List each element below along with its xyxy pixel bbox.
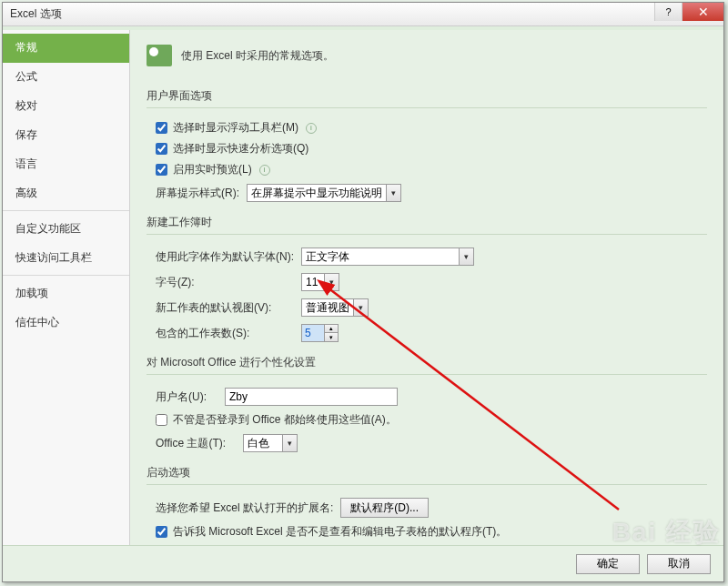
quick-analysis-checkbox[interactable] [156, 143, 167, 155]
live-preview-label: 启用实时预览(L) [173, 162, 252, 177]
section-startup-title: 启动选项 [147, 461, 707, 485]
chevron-down-icon: ▾ [353, 299, 368, 316]
section-ui-title: 用户界面选项 [147, 85, 707, 108]
spin-up-icon[interactable]: ▴ [325, 325, 338, 333]
default-programs-button[interactable]: 默认程序(D)... [340, 498, 429, 518]
chevron-down-icon: ▾ [282, 435, 297, 451]
sidebar-item-3[interactable]: 保存 [3, 121, 129, 150]
username-label: 用户名(U): [156, 389, 225, 405]
chevron-down-icon: ▾ [386, 185, 400, 201]
options-dialog: Excel 选项 ? ✕ 常规公式校对保存语言高级自定义功能区快速访问工具栏加载… [2, 2, 724, 582]
section-newwb-title: 新建工作簿时 [147, 211, 707, 235]
tell-me-checkbox[interactable] [156, 526, 167, 538]
office-theme-label: Office 主题(T): [156, 436, 243, 451]
info-icon[interactable]: i [306, 123, 317, 134]
office-theme-select[interactable]: 白色▾ [243, 434, 298, 452]
sidebar: 常规公式校对保存语言高级自定义功能区快速访问工具栏加载项信任中心 [3, 30, 130, 547]
default-view-select[interactable]: 普通视图▾ [301, 298, 369, 317]
sidebar-item-2[interactable]: 校对 [3, 92, 129, 121]
font-size-select[interactable]: 11▾ [301, 273, 339, 291]
general-icon [147, 45, 172, 66]
float-toolbar-checkbox[interactable] [156, 122, 167, 134]
window-title: Excel 选项 [10, 6, 62, 22]
info-icon[interactable]: i [259, 165, 270, 176]
chevron-down-icon: ▾ [324, 274, 339, 290]
always-use-label: 不管是否登录到 Office 都始终使用这些值(A)。 [173, 412, 397, 428]
font-size-label: 字号(Z): [156, 275, 301, 290]
spin-down-icon[interactable]: ▾ [325, 333, 338, 341]
username-input[interactable] [225, 388, 398, 406]
ext-label: 选择您希望 Excel 默认打开的扩展名: [156, 500, 333, 516]
sheet-count-label: 包含的工作表数(S): [156, 326, 301, 341]
sidebar-item-7[interactable]: 快速访问工具栏 [3, 244, 129, 276]
screentip-label: 屏幕提示样式(R): [156, 186, 247, 201]
screentip-select[interactable]: 在屏幕提示中显示功能说明▾ [247, 184, 401, 202]
ok-button[interactable]: 确定 [576, 554, 640, 574]
live-preview-checkbox[interactable] [156, 164, 167, 176]
default-view-label: 新工作表的默认视图(V): [156, 300, 301, 316]
chevron-down-icon: ▾ [459, 248, 473, 265]
default-font-label: 使用此字体作为默认字体(N): [156, 249, 301, 265]
sheet-count-value[interactable]: 5 [301, 324, 325, 342]
main-panel: 使用 Excel 时采用的常规选项。 用户界面选项 选择时显示浮动工具栏(M)i… [130, 30, 723, 547]
sidebar-item-1[interactable]: 公式 [3, 63, 129, 92]
titlebar[interactable]: Excel 选项 ? ✕ [3, 3, 723, 26]
sidebar-item-4[interactable]: 语言 [3, 150, 129, 179]
tell-me-label: 告诉我 Microsoft Excel 是否不是查看和编辑电子表格的默认程序(T… [173, 524, 507, 540]
watermark: Bai 经验 [612, 515, 721, 550]
sheet-count-spinner[interactable]: 5 ▴▾ [301, 324, 339, 342]
float-toolbar-label: 选择时显示浮动工具栏(M) [173, 120, 298, 136]
header-text: 使用 Excel 时采用的常规选项。 [181, 48, 334, 64]
sidebar-item-8[interactable]: 加载项 [3, 279, 129, 308]
sidebar-item-6[interactable]: 自定义功能区 [3, 215, 129, 244]
section-personal-title: 对 Microsoft Office 进行个性化设置 [147, 351, 707, 375]
help-button[interactable]: ? [654, 3, 682, 21]
quick-analysis-label: 选择时显示快速分析选项(Q) [173, 141, 308, 157]
cancel-button[interactable]: 取消 [647, 554, 711, 574]
default-font-select[interactable]: 正文字体▾ [301, 248, 474, 266]
always-use-checkbox[interactable] [156, 414, 167, 426]
sidebar-item-5[interactable]: 高级 [3, 179, 129, 211]
sidebar-item-9[interactable]: 信任中心 [3, 308, 129, 338]
close-button[interactable]: ✕ [682, 3, 723, 21]
sidebar-item-0[interactable]: 常规 [3, 34, 129, 63]
dialog-footer: 确定 取消 [3, 545, 723, 581]
